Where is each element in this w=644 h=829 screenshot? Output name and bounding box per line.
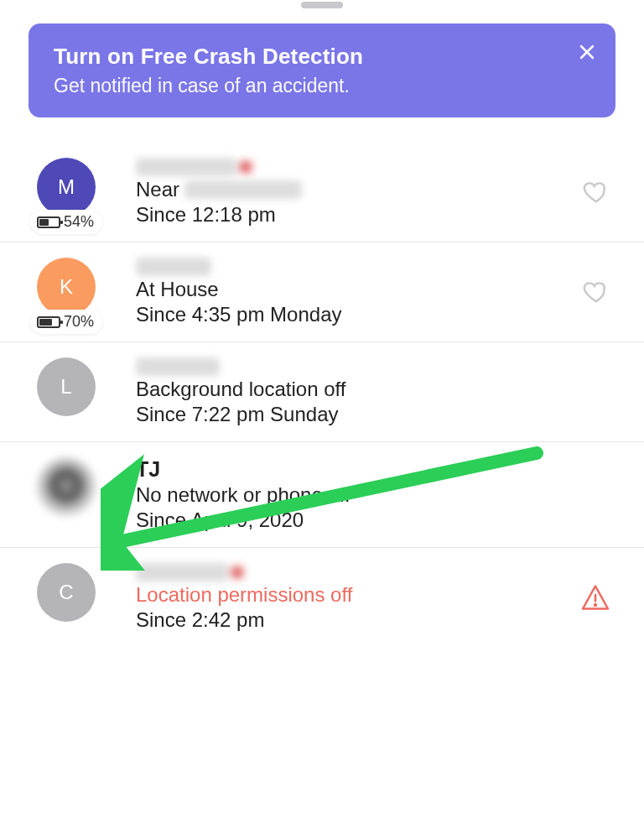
member-info: Location permissions off Since 2:42 pm xyxy=(104,563,615,632)
member-name-redacted xyxy=(136,357,220,376)
battery-badge: 54% xyxy=(30,210,102,234)
battery-icon xyxy=(37,216,60,228)
svg-point-3 xyxy=(595,604,596,606)
member-row[interactable]: L Background location off Since 7:22 pm … xyxy=(0,342,644,442)
member-location: At House xyxy=(136,278,615,301)
heart-icon[interactable] xyxy=(582,178,610,206)
warning-icon xyxy=(580,582,610,613)
member-name-redacted xyxy=(136,258,211,276)
battery-percent: 54% xyxy=(64,213,94,231)
banner-subtitle: Get notified in case of an accident. xyxy=(54,75,590,97)
member-info: TJ No network or phone off Since April 9… xyxy=(104,457,615,532)
member-row[interactable]: K 70% At House Since 4:35 pm Monday xyxy=(0,242,644,342)
member-name-redacted xyxy=(136,563,228,581)
avatar-initial: L xyxy=(60,375,71,399)
member-since: Since 2:42 pm xyxy=(136,608,615,632)
avatar xyxy=(37,457,96,516)
heart-icon[interactable] xyxy=(582,278,610,306)
member-row[interactable]: M 54% Near Since 12:18 pm xyxy=(0,143,644,242)
member-info: At House Since 4:35 pm Monday xyxy=(104,258,615,326)
member-since: Since 12:18 pm xyxy=(136,203,615,227)
member-name: TJ xyxy=(136,457,615,482)
avatar-wrap: C xyxy=(37,563,104,622)
member-location: Near xyxy=(136,178,615,201)
crash-detection-banner[interactable]: Turn on Free Crash Detection Get notifie… xyxy=(29,23,615,117)
avatar: M xyxy=(37,158,96,216)
battery-icon xyxy=(37,316,60,328)
battery-percent: 70% xyxy=(64,313,94,331)
member-row[interactable]: TJ No network or phone off Since April 9… xyxy=(0,442,644,548)
avatar-wrap: K 70% xyxy=(37,258,104,316)
member-since: Since April 9, 2020 xyxy=(136,508,615,532)
drag-handle[interactable] xyxy=(301,2,343,8)
avatar-initial: M xyxy=(58,175,75,199)
member-list: M 54% Near Since 12:18 pm K 70% xyxy=(0,143,644,647)
member-since: Since 7:22 pm Sunday xyxy=(136,403,615,426)
avatar: L xyxy=(37,357,96,416)
member-location: Location permissions off xyxy=(136,583,615,607)
member-info: Near Since 12:18 pm xyxy=(104,158,615,227)
member-location: No network or phone off xyxy=(136,483,615,507)
member-location: Background location off xyxy=(136,378,615,401)
member-info: Background location off Since 7:22 pm Su… xyxy=(104,357,615,426)
avatar: C xyxy=(37,563,96,622)
avatar: K xyxy=(37,258,96,316)
avatar-initial: C xyxy=(59,581,73,604)
member-row[interactable]: C Location permissions off Since 2:42 pm xyxy=(0,548,644,647)
battery-badge: 70% xyxy=(30,310,102,334)
member-since: Since 4:35 pm Monday xyxy=(136,303,615,326)
member-name-redacted xyxy=(136,158,236,176)
avatar-wrap: L xyxy=(37,357,104,416)
avatar-initial: K xyxy=(60,275,73,299)
close-icon[interactable] xyxy=(577,42,597,62)
location-redacted xyxy=(184,180,302,199)
avatar-wrap xyxy=(37,457,104,516)
banner-title: Turn on Free Crash Detection xyxy=(54,44,590,70)
avatar-wrap: M 54% xyxy=(37,158,104,216)
